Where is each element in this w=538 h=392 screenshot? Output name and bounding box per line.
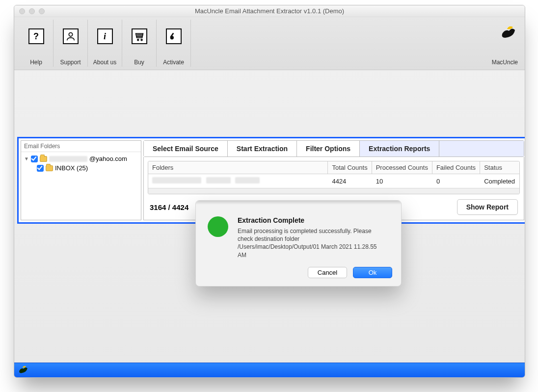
cart-icon	[132, 28, 147, 44]
info-icon: i	[97, 28, 113, 44]
title-bar: MacUncle Email Attachment Extractor v1.0…	[14, 5, 525, 17]
help-icon: ?	[28, 28, 44, 44]
tab-select-source[interactable]: Select Email Source	[144, 141, 228, 157]
support-label: Support	[60, 59, 81, 66]
completion-dialog: Extraction Complete Email processing is …	[195, 200, 402, 287]
report-table: Folders Total Counts Processed Counts Fa…	[148, 161, 520, 194]
inbox-label: INBOX (25)	[55, 164, 88, 172]
show-report-button[interactable]: Show Report	[457, 199, 518, 215]
folder-icon	[40, 156, 47, 162]
progress-label: 3164 / 4424	[150, 203, 188, 211]
svg-point-1	[137, 39, 138, 41]
dialog-title: Extraction Complete	[238, 216, 380, 224]
about-button[interactable]: i About us	[88, 20, 122, 67]
col-total[interactable]: Total Counts	[328, 161, 372, 174]
cell-folder-redacted	[152, 177, 201, 183]
buy-label: Buy	[134, 59, 144, 66]
folder-icon	[46, 165, 53, 171]
tab-extraction-reports[interactable]: Extraction Reports	[360, 141, 439, 157]
col-failed[interactable]: Failed Counts	[432, 161, 480, 174]
toolbar: ? Help Support i About us Buy	[14, 17, 525, 70]
svg-point-0	[69, 33, 72, 36]
app-window: MacUncle Email Attachment Extractor v1.0…	[14, 5, 525, 378]
cancel-button[interactable]: Cancel	[308, 267, 347, 278]
ok-button[interactable]: Ok	[353, 267, 392, 278]
account-suffix: @yahoo.com	[89, 155, 127, 162]
minimize-window-button[interactable]	[29, 8, 35, 14]
close-window-button[interactable]	[19, 8, 25, 14]
inbox-checkbox[interactable]	[37, 165, 44, 172]
col-status[interactable]: Status	[480, 161, 519, 174]
support-icon	[63, 28, 79, 44]
tab-filter-options[interactable]: Filter Options	[297, 141, 360, 157]
col-processed[interactable]: Processed Counts	[372, 161, 432, 174]
buy-button[interactable]: Buy	[122, 20, 157, 67]
folder-tree-panel: Email Folders ▼ @yahoo.com INBOX (25)	[21, 140, 141, 220]
support-button[interactable]: Support	[54, 20, 88, 67]
help-label: Help	[30, 59, 42, 66]
cell-total: 4424	[328, 174, 372, 188]
tree-inbox-row[interactable]: INBOX (25)	[24, 163, 140, 173]
account-checkbox[interactable]	[31, 156, 38, 162]
col-folders[interactable]: Folders	[148, 161, 328, 174]
activate-label: Activate	[163, 59, 184, 66]
table-row[interactable]: 4424 10 0 Completed	[148, 174, 519, 188]
zoom-window-button[interactable]	[39, 8, 45, 14]
disclosure-triangle-icon[interactable]: ▼	[24, 156, 29, 161]
tab-bar: Select Email Source Start Extraction Fil…	[143, 140, 524, 157]
brand-logo-icon	[500, 24, 516, 40]
folder-tree-header: Email Folders	[21, 141, 141, 152]
cell-failed: 0	[432, 174, 480, 188]
success-icon	[208, 216, 228, 237]
cell-processed: 10	[372, 174, 432, 188]
tab-start-extraction[interactable]: Start Extraction	[228, 141, 297, 157]
brand-label: MacUncle	[492, 59, 518, 66]
activate-button[interactable]: Activate	[157, 20, 191, 67]
window-title: MacUncle Email Attachment Extractor v1.0…	[14, 7, 525, 15]
svg-point-2	[141, 39, 142, 41]
cell-status: Completed	[480, 174, 519, 188]
tree-account-row[interactable]: ▼ @yahoo.com	[24, 154, 140, 163]
help-button[interactable]: ? Help	[19, 20, 54, 67]
account-name-redacted	[49, 156, 87, 162]
content-area: Email Folders ▼ @yahoo.com INBOX (25) S	[17, 137, 525, 224]
status-bar	[14, 363, 525, 377]
dialog-message: Email processing is completed successful…	[238, 227, 380, 259]
horizontal-scrollbar[interactable]	[148, 188, 519, 194]
about-label: About us	[93, 59, 116, 66]
key-icon	[166, 28, 182, 44]
brand-small-icon	[18, 365, 28, 376]
